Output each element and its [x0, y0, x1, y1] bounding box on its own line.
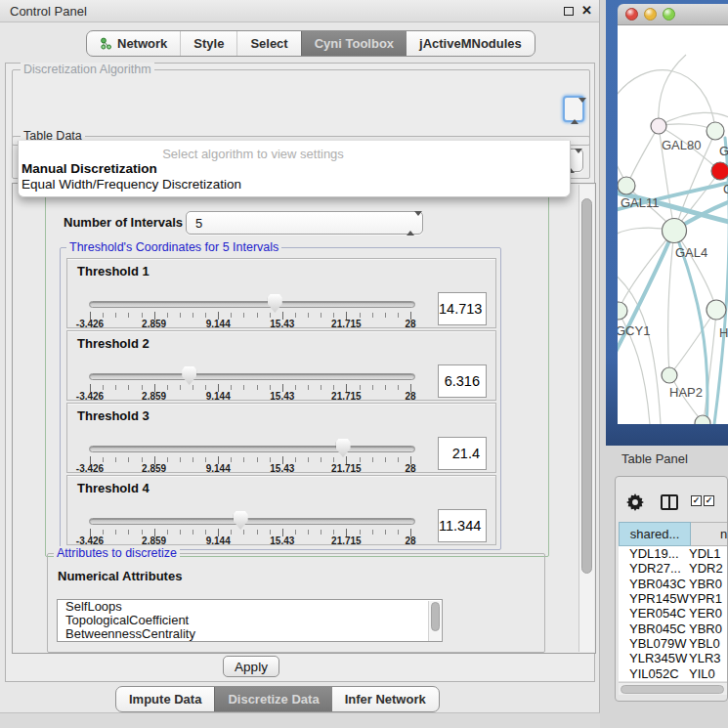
slider-tick	[231, 385, 232, 390]
slider-tick	[385, 313, 386, 318]
slider-tick-label: 2.859	[142, 391, 166, 402]
cell-shared-name: YIL052C	[619, 666, 689, 681]
tab-cyni-toolbox[interactable]: Cyni Toolbox	[301, 31, 407, 56]
slider-tick	[308, 457, 309, 462]
network-node-gcy1[interactable]	[618, 302, 627, 320]
slider-tick-label: 28	[405, 463, 415, 474]
table-row[interactable]: YBL079WYBL0	[619, 636, 728, 651]
slider-tick	[295, 313, 296, 318]
threshold-value-field[interactable]: 21.4	[438, 437, 487, 470]
gear-icon[interactable]	[626, 493, 644, 511]
cell-name: YBR0	[689, 621, 722, 636]
tab-discretize-data[interactable]: Discretize Data	[214, 687, 331, 711]
table-row[interactable]: YBR043CYBR0	[619, 577, 728, 591]
table-row[interactable]: YLR345WYLR3	[619, 651, 728, 665]
table-row[interactable]: YER054CYER0	[619, 606, 728, 621]
slider-tick-label: 15.43	[270, 391, 294, 402]
slider-tick	[243, 457, 244, 462]
control-panel: Control Panel ✕ NetworkStyleSelectCyni T…	[0, 0, 600, 728]
threshold-slider-thumb[interactable]	[234, 511, 248, 530]
attribute-list-item[interactable]: BetweennessCentrality	[58, 627, 442, 641]
threshold-slider-track[interactable]	[89, 446, 415, 452]
slider-tick	[321, 530, 321, 535]
network-node-gal11[interactable]	[618, 177, 635, 194]
slider-tick	[115, 457, 116, 462]
table-horizontal-scrollbar[interactable]	[619, 682, 728, 695]
thresholds-group: Threshold's Coordinates for 5 Intervals …	[60, 247, 501, 550]
threshold-value-field[interactable]: 6.316	[438, 364, 487, 398]
table-row[interactable]: YIL052CYIL0	[619, 666, 728, 681]
tab-network[interactable]: Network	[87, 31, 180, 56]
settings-scrollbar[interactable]	[578, 185, 594, 652]
slider-tick	[193, 313, 193, 318]
threshold-value-field[interactable]: 14.713	[438, 292, 487, 325]
threshold-slider-thumb[interactable]	[182, 366, 196, 385]
apply-button[interactable]: Apply	[223, 656, 279, 677]
slider-tick	[360, 530, 361, 535]
slider-tick	[128, 313, 129, 318]
num-intervals-combo[interactable]: 5	[186, 211, 423, 235]
tab-infer-network[interactable]: Infer Network	[332, 687, 439, 711]
attribute-list-item[interactable]: TopologicalCoefficient	[58, 614, 442, 627]
column-header-shared-name[interactable]: shared...	[619, 522, 691, 546]
slider-tick	[257, 313, 258, 318]
mac-close-button[interactable]	[625, 8, 638, 21]
tab-select[interactable]: Select	[236, 31, 300, 56]
network-node-hap2[interactable]	[662, 367, 677, 383]
table-row[interactable]: YPR145WYPR1	[619, 591, 728, 606]
tab-style[interactable]: Style	[180, 31, 236, 56]
dropdown-option-equal-width[interactable]: Equal Width/Frequency Discretization	[19, 177, 570, 193]
threshold-slider-track[interactable]	[89, 518, 415, 525]
slider-tick	[128, 530, 129, 535]
network-node-h[interactable]	[707, 300, 726, 320]
slider-tick	[115, 385, 116, 390]
slider-tick	[360, 313, 361, 318]
attributes-list-scrollbar[interactable]	[428, 601, 441, 642]
column-layout-icon[interactable]	[661, 494, 678, 510]
network-node-gal4[interactable]	[663, 219, 687, 243]
cyni-toolbox-panel: Discretization Algorithm Select algorith…	[5, 63, 595, 682]
cell-shared-name: YDR27...	[619, 561, 689, 576]
slider-tick	[270, 457, 271, 462]
slider-tick-label: 28	[405, 319, 415, 329]
threshold-slider-thumb[interactable]	[336, 439, 351, 457]
threshold-slider-track[interactable]	[89, 301, 415, 308]
table-row[interactable]: YDR27...YDR2	[619, 561, 728, 576]
checkbox-icon[interactable]: ✓	[704, 495, 714, 506]
tab-jactivemnodules[interactable]: jActiveMNodules	[407, 31, 535, 56]
column-header-name[interactable]: na	[691, 522, 728, 546]
dropdown-option-manual[interactable]: Manual Discretization	[19, 161, 570, 177]
tab-label: Discretize Data	[228, 692, 319, 707]
cell-name: YDR2	[689, 561, 723, 576]
checkbox-icon[interactable]: ✓	[691, 495, 702, 506]
settings-scrollbar-thumb[interactable]	[581, 198, 592, 574]
tab-label: Infer Network	[345, 692, 426, 707]
threshold-slider-track[interactable]	[89, 373, 415, 380]
slider-tick	[115, 530, 116, 535]
network-node-gal80[interactable]	[651, 118, 666, 134]
slider-tick	[257, 530, 258, 535]
table-row[interactable]: YDL19...YDL1	[619, 546, 728, 561]
threshold-value-field[interactable]: 11.344	[438, 509, 487, 542]
mac-zoom-button[interactable]	[663, 8, 675, 21]
slider-tick	[398, 530, 399, 535]
slider-tick	[398, 313, 399, 318]
slider-tick	[333, 313, 334, 318]
tab-impute-data[interactable]: Impute Data	[116, 687, 214, 711]
slider-tick-label: 21.715	[331, 319, 362, 329]
slider-tick	[128, 457, 129, 462]
slider-tick	[270, 385, 271, 390]
close-icon[interactable]: ✕	[581, 3, 592, 18]
slider-tick-label: -3.426	[76, 463, 104, 474]
network-node-ga[interactable]	[707, 122, 724, 140]
algorithm-combo-button[interactable]	[563, 96, 584, 122]
table-row[interactable]: YBR045CYBR0	[619, 621, 728, 636]
network-node-c[interactable]	[711, 162, 728, 180]
attribute-list-item[interactable]: SelfLoops	[58, 600, 442, 614]
network-canvas[interactable]: GAL80GACGAL11GAL4GCY1HHAP2	[618, 25, 728, 424]
mac-minimize-button[interactable]	[644, 8, 657, 21]
slider-tick	[103, 313, 104, 318]
slider-tick	[167, 457, 168, 462]
threshold-slider-thumb[interactable]	[268, 294, 282, 313]
float-window-icon[interactable]	[564, 7, 574, 16]
